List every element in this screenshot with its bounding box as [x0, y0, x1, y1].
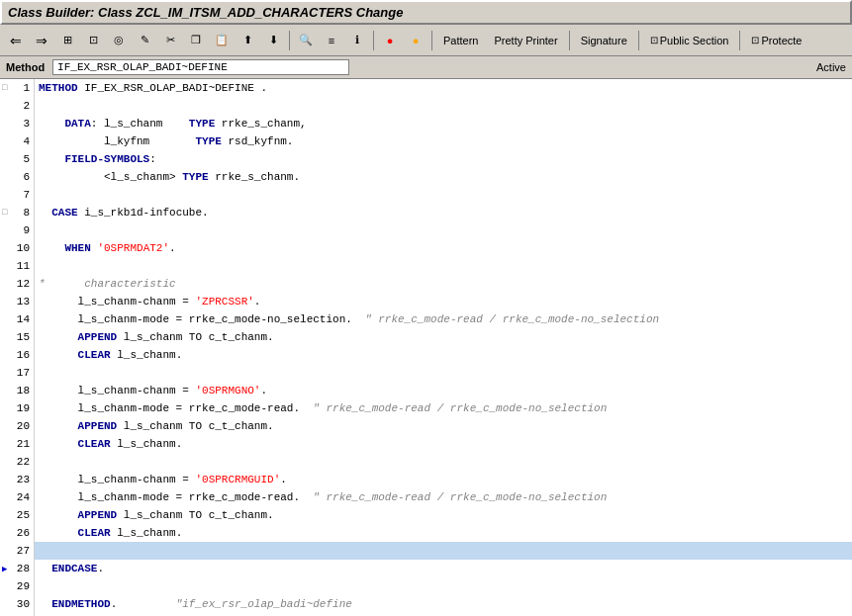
code-line-9[interactable] — [35, 221, 852, 239]
icon-btn-9[interactable]: ⬇ — [261, 29, 285, 52]
code-line-26[interactable]: CLEAR l_s_chanm. — [35, 524, 852, 542]
orange-btn[interactable]: ● — [404, 29, 427, 52]
token: . — [260, 382, 267, 399]
token: IF_EX_RSR_OLAP_BADI~DEFINE . — [84, 79, 267, 97]
code-line-5[interactable]: FIELD-SYMBOLS: — [35, 150, 852, 168]
code-line-19[interactable]: l_s_chanm-mode = rrke_c_mode-read. " rrk… — [35, 399, 852, 417]
signature-label: Signature — [581, 35, 627, 46]
token — [39, 560, 51, 577]
token — [39, 150, 64, 168]
code-line-25[interactable]: APPEND l_s_chanm TO c_t_chanm. — [35, 506, 852, 524]
line-number-21: 21 — [0, 435, 34, 453]
code-line-22[interactable] — [35, 453, 852, 471]
up-icon: ⬆ — [243, 34, 252, 46]
token: APPEND — [78, 417, 118, 435]
collapse-icon-1[interactable]: □ — [2, 83, 7, 93]
box-icon-2: ⊡ — [89, 34, 98, 46]
icon-btn-2[interactable]: ⊡ — [81, 29, 105, 52]
icon-btn-12[interactable]: ℹ — [345, 29, 369, 52]
code-line-27[interactable] — [35, 542, 852, 560]
line-num-text-13: 13 — [17, 296, 30, 308]
code-line-3[interactable]: DATA: l_s_chanm TYPE rrke_s_chanm, — [35, 115, 852, 132]
forward-icon: ⇒ — [36, 34, 47, 47]
box-icon-1: ⊞ — [63, 34, 72, 46]
line-num-text-28: 28 — [17, 563, 30, 574]
code-line-23[interactable]: l_s_chanm-chanm = '0SPRCRMGUID'. — [35, 471, 852, 488]
pretty-printer-btn[interactable]: Pretty Printer — [487, 29, 564, 52]
token: l_s_chanm. — [111, 346, 183, 364]
separator-5 — [638, 31, 639, 50]
code-line-12[interactable]: * characteristic — [35, 275, 852, 293]
token: rrke_s_chanm, — [215, 115, 306, 132]
expand-icon-28[interactable]: ▶ — [2, 564, 7, 574]
search-icon: 🔍 — [299, 34, 313, 46]
code-area[interactable]: METHOD IF_EX_RSR_OLAP_BADI~DEFINE . DATA… — [35, 79, 852, 616]
code-line-11[interactable] — [35, 257, 852, 275]
signature-btn[interactable]: Signature — [574, 29, 634, 52]
edit-icon: ✎ — [141, 34, 149, 46]
token: CLEAR — [78, 346, 111, 364]
icon-btn-1[interactable]: ⊞ — [55, 29, 79, 52]
code-line-29[interactable] — [35, 577, 852, 595]
token: l_s_chanm TO c_t_chanm. — [117, 506, 273, 524]
line-num-text-4: 4 — [23, 135, 30, 147]
token — [39, 595, 51, 613]
code-line-24[interactable]: l_s_chanm-mode = rrke_c_mode-read. " rrk… — [35, 488, 852, 506]
token: TYPE — [195, 132, 221, 150]
line-num-text-8: 8 — [23, 207, 30, 219]
copy-icon: ❒ — [191, 34, 201, 46]
protected-btn[interactable]: ⊡ Protecte — [744, 29, 808, 52]
token: * characteristic — [39, 275, 176, 293]
code-line-14[interactable]: l_s_chanm-mode = rrke_c_mode-no_selectio… — [35, 310, 852, 328]
method-value[interactable]: IF_EX_RSR_OLAP_BADI~DEFINE — [52, 59, 349, 75]
pattern-btn[interactable]: Pattern — [436, 29, 485, 52]
code-line-16[interactable]: CLEAR l_s_chanm. — [35, 346, 852, 364]
line-num-text-6: 6 — [23, 171, 30, 183]
code-line-28[interactable]: ENDCASE. — [35, 560, 852, 577]
code-line-15[interactable]: APPEND l_s_chanm TO c_t_chanm. — [35, 328, 852, 346]
code-line-30[interactable]: ENDMETHOD. "if_ex_rsr_olap_badi~define — [35, 595, 852, 613]
line-number-23: 23 — [0, 471, 34, 488]
back-btn[interactable]: ⇐ — [4, 29, 28, 52]
code-line-8[interactable]: CASE i_s_rkb1d-infocube. — [35, 204, 852, 221]
code-line-18[interactable]: l_s_chanm-chanm = '0SPRMGNO'. — [35, 382, 852, 399]
token: . — [280, 471, 287, 488]
line-number-6: 6 — [0, 168, 34, 186]
icon-btn-3[interactable]: ◎ — [107, 29, 131, 52]
red-btn[interactable]: ● — [378, 29, 402, 52]
line-number-16: 16 — [0, 346, 34, 364]
line-number-3: 3 — [0, 115, 34, 132]
icon-btn-5[interactable]: ✂ — [158, 29, 182, 52]
icon-btn-7[interactable]: 📋 — [210, 29, 234, 52]
collapse-icon-8[interactable]: □ — [2, 208, 7, 218]
icon-btn-8[interactable]: ⬆ — [236, 29, 259, 52]
orange-icon: ● — [413, 35, 420, 46]
separator-3 — [431, 31, 432, 50]
title-bar: Class Builder: Class ZCL_IM_ITSM_ADD_CHA… — [0, 0, 852, 25]
protected-icon: ⊡ — [751, 35, 759, 45]
forward-btn[interactable]: ⇒ — [30, 29, 53, 52]
line-num-text-17: 17 — [17, 367, 30, 379]
icon-btn-4[interactable]: ✎ — [133, 29, 156, 52]
line-number-11: 11 — [0, 257, 34, 275]
code-line-6[interactable]: <l_s_chanm> TYPE rrke_s_chanm. — [35, 168, 852, 186]
line-num-text-24: 24 — [17, 491, 30, 503]
icon-btn-10[interactable]: 🔍 — [294, 29, 318, 52]
code-line-4[interactable]: l_kyfnm TYPE rsd_kyfnm. — [35, 132, 852, 150]
code-line-21[interactable]: CLEAR l_s_chanm. — [35, 435, 852, 453]
code-line-1[interactable]: METHOD IF_EX_RSR_OLAP_BADI~DEFINE . — [35, 79, 852, 97]
line-number-10: 10 — [0, 239, 34, 257]
icon-btn-6[interactable]: ❒ — [184, 29, 208, 52]
code-line-10[interactable]: WHEN '0SPRMDAT2'. — [35, 239, 852, 257]
token — [39, 328, 78, 346]
icon-btn-11[interactable]: ≡ — [320, 29, 343, 52]
code-line-13[interactable]: l_s_chanm-chanm = 'ZPRCSSR'. — [35, 293, 852, 310]
info-icon: ℹ — [355, 34, 359, 46]
code-line-20[interactable]: APPEND l_s_chanm TO c_t_chanm. — [35, 417, 852, 435]
red-icon: ● — [387, 35, 394, 46]
line-num-text-26: 26 — [17, 527, 30, 539]
code-line-7[interactable] — [35, 186, 852, 204]
code-line-17[interactable] — [35, 364, 852, 382]
code-line-2[interactable] — [35, 97, 852, 115]
public-section-btn[interactable]: ⊡ Public Section — [643, 29, 736, 52]
